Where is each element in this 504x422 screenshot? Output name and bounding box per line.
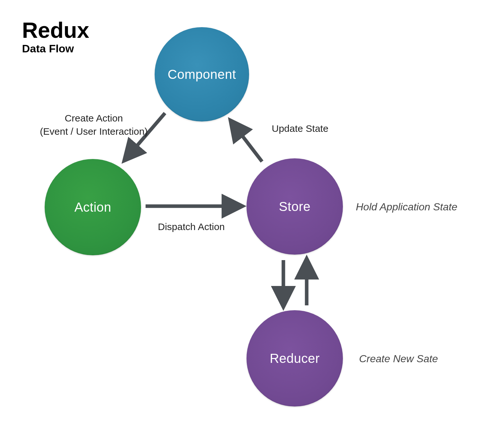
edge-label-create-action: Create Action (Event / User Interaction) (32, 112, 155, 138)
annotation-reducer: Create New Sate (359, 353, 438, 365)
header-block: Redux Data Flow (22, 19, 89, 55)
node-component-label: Component (168, 67, 236, 82)
node-reducer: Reducer (247, 310, 343, 406)
edge-label-create-action-line1: Create Action (32, 112, 155, 125)
node-reducer-label: Reducer (270, 351, 320, 366)
node-component: Component (155, 27, 249, 121)
edge-label-dispatch-action: Dispatch Action (158, 220, 225, 234)
node-action-label: Action (74, 200, 111, 215)
node-store: Store (247, 158, 343, 255)
node-action: Action (45, 159, 141, 255)
edge-label-create-action-line2: (Event / User Interaction) (32, 125, 155, 138)
edge-label-update-state: Update State (272, 122, 328, 135)
node-store-label: Store (279, 199, 311, 214)
annotation-store: Hold Application State (356, 201, 457, 213)
page-subtitle: Data Flow (22, 42, 89, 55)
page-title: Redux (22, 19, 89, 42)
arrow-store-to-component (232, 123, 262, 162)
